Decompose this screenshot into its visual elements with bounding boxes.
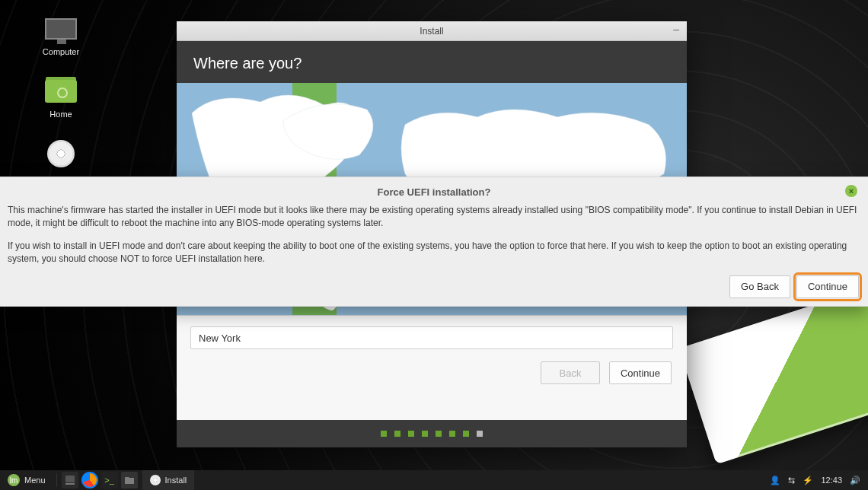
terminal-icon: >_ [104,476,114,485]
files-launcher[interactable] [121,472,138,488]
desktop-icon-media[interactable] [30,138,91,172]
close-icon[interactable]: × [845,185,857,197]
svg-rect-0 [65,476,75,482]
progress-dot [436,431,442,437]
monitor-icon [45,18,77,40]
progress-dot [394,431,400,437]
terminal-launcher[interactable]: >_ [101,472,118,488]
window-titlebar[interactable]: Install – [177,21,687,41]
dialog-paragraph: This machine's firmware has started the … [8,204,860,231]
installer-back-button: Back [541,361,600,384]
installer-heading: Where are you? [177,41,687,83]
window-title: Install [420,26,443,37]
menu-button[interactable]: lm Menu [0,470,53,490]
folder-icon [124,476,135,485]
taskbar-separator [56,473,57,487]
show-desktop-launcher[interactable] [62,472,78,488]
dialog-title: Force UEFI installation? [378,186,491,198]
progress-dot [463,431,469,437]
progress-dot [449,431,455,437]
svg-rect-1 [65,483,75,485]
firefox-launcher[interactable] [81,472,98,488]
desktop-icon-label: Home [30,110,91,119]
installer-continue-button[interactable]: Continue [609,361,672,384]
timezone-input[interactable]: New York [190,326,673,349]
system-tray: 👤 ⇆ ⚡ 12:43 🔊 [762,476,868,485]
desktop-icon-computer[interactable]: Computer [30,14,91,56]
dialog-continue-button[interactable]: Continue [796,275,859,298]
progress-dot [477,431,483,437]
folder-icon [45,80,77,103]
progress-dot [381,431,387,437]
uefi-dialog: Force UEFI installation? × This machine'… [0,177,868,307]
taskbar: lm Menu >_ Install 👤 ⇆ ⚡ 12:43 🔊 [0,470,868,490]
battery-icon[interactable]: ⚡ [803,476,813,485]
user-icon[interactable]: 👤 [770,476,780,485]
progress-dot [422,431,428,437]
taskbar-entry-install[interactable]: Install [142,470,195,490]
speaker-icon[interactable]: 🔊 [850,476,860,485]
dialog-paragraph: If you wish to install in UEFI mode and … [8,240,860,266]
installer-progress-dots [177,420,687,447]
menu-label: Menu [24,476,46,485]
show-desktop-icon [65,475,75,485]
clock[interactable]: 12:43 [821,476,842,485]
network-icon[interactable]: ⇆ [788,476,795,485]
timezone-value: New York [199,332,241,344]
disc-icon [150,475,161,485]
taskbar-entry-label: Install [165,476,187,485]
progress-dot [408,431,414,437]
desktop-icon-home[interactable]: Home [30,76,91,119]
dialog-go-back-button[interactable]: Go Back [729,275,790,298]
mint-logo-icon: lm [8,474,20,486]
disc-icon [47,140,75,167]
minimize-icon[interactable]: – [673,23,679,35]
desktop-icon-label: Computer [30,47,91,56]
